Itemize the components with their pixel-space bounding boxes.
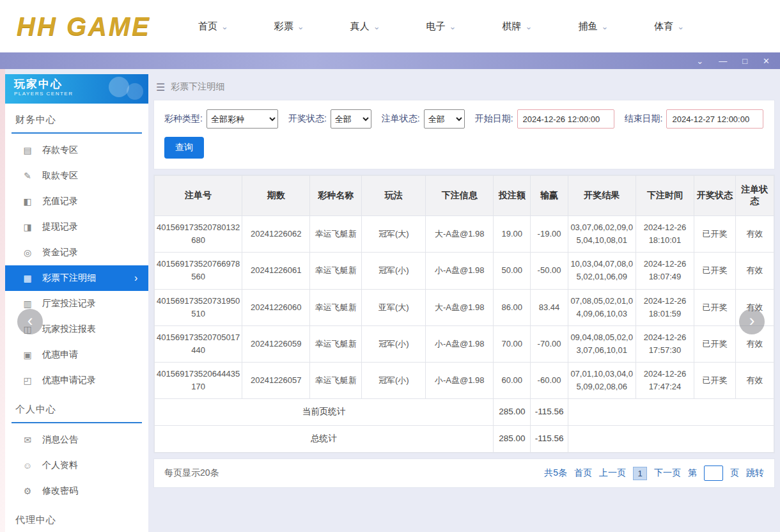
nav-item-live[interactable]: 真人⌄ xyxy=(350,20,380,33)
draw-status-label: 开奖状态: xyxy=(288,113,327,125)
page-background-strip xyxy=(0,69,5,532)
chevron-down-icon: ⌄ xyxy=(677,22,684,31)
controller-icon xyxy=(109,77,129,97)
pagination-bar: 每页显示20条 共5条 首页 上一页 1 下一页 第 页 跳转 xyxy=(153,458,775,488)
sidebar-item-withdraw-record[interactable]: ◨提现记录 xyxy=(5,214,148,240)
sidebar-item-promo-apply-record[interactable]: ◰优惠申请记录 xyxy=(5,368,148,393)
content-area: 玩家中心 PLAYERS CENTER 财务中心▤存款专区✎取款专区◧充值记录◨… xyxy=(0,69,780,532)
summary-empty xyxy=(568,399,774,426)
minimize-button[interactable]: — xyxy=(719,57,727,65)
nav-item-fishing[interactable]: 捕鱼⌄ xyxy=(578,20,608,33)
table-cell: 83.44 xyxy=(531,289,568,325)
table-cell: 09,04,08,05,02,03,07,06,10,01 xyxy=(568,325,636,362)
main-nav: 首页⌄彩票⌄真人⌄电子⌄棋牌⌄捕鱼⌄体育⌄ xyxy=(180,20,684,33)
collapse-button[interactable]: ⌄ xyxy=(696,57,703,65)
lottery-type-select[interactable]: 全部彩种 xyxy=(207,109,278,129)
sidebar-item-lottery-bet-detail[interactable]: ▦彩票下注明细› xyxy=(5,265,148,291)
table-cell: 已开奖 xyxy=(694,216,735,253)
close-button[interactable]: ✕ xyxy=(763,57,770,65)
table-cell: 大-A盘@1.98 xyxy=(426,289,494,325)
table-cell: 2024-12-26 18:10:01 xyxy=(636,216,694,253)
table-cell: 2024-12-26 17:47:24 xyxy=(636,363,694,399)
lottery-bet-detail-icon: ▦ xyxy=(22,273,33,283)
table-cell: 冠军(小) xyxy=(362,325,426,362)
nav-item-board[interactable]: 棋牌⌄ xyxy=(503,20,533,33)
user-icon: ☺ xyxy=(22,460,33,471)
summary-winloss-total: -115.56 xyxy=(531,399,568,426)
bet-detail-table: 注单号期数彩种名称玩法下注信息投注额输赢开奖结果下注时间开奖状态注单状态 401… xyxy=(154,175,774,453)
chevron-down-icon: ⌄ xyxy=(526,22,533,31)
breadcrumb: ☰ 彩票下注明细 xyxy=(153,74,775,100)
current-page[interactable]: 1 xyxy=(633,467,647,480)
table-cell: 幸运飞艇新 xyxy=(310,253,362,289)
gear-icon: ⚙ xyxy=(22,486,33,496)
first-page-link[interactable]: 首页 xyxy=(574,467,592,479)
table-cell: 20241226059 xyxy=(242,325,310,362)
page-jump-input[interactable] xyxy=(704,465,723,481)
column-header: 期数 xyxy=(242,176,310,216)
jump-button[interactable]: 跳转 xyxy=(746,467,764,479)
nav-item-sports[interactable]: 体育⌄ xyxy=(654,20,684,33)
lottery-type-label: 彩种类型: xyxy=(164,113,203,125)
column-header: 下注信息 xyxy=(426,176,494,216)
sidebar-item-funds-record[interactable]: ◎资金记录 xyxy=(5,240,148,265)
prev-page-link[interactable]: 上一页 xyxy=(599,467,626,479)
nav-item-home[interactable]: 首页⌄ xyxy=(198,20,228,33)
maximize-button[interactable]: □ xyxy=(742,57,747,65)
next-page-link[interactable]: 下一页 xyxy=(654,467,681,479)
scroll-right-button[interactable]: › xyxy=(739,309,765,334)
table-cell: 大-A盘@1.98 xyxy=(426,216,494,253)
filter-panel: 彩种类型: 全部彩种 开奖状态: 全部 注单状态: 全部 开始日期: 结束日期:… xyxy=(153,100,775,169)
withdraw-record-icon: ◨ xyxy=(22,222,33,232)
sidebar-item-change-password[interactable]: ⚙修改密码 xyxy=(5,478,148,504)
recharge-record-icon: ◧ xyxy=(22,196,33,207)
table-cell: 2024-12-26 17:57:30 xyxy=(636,325,694,362)
order-status-select[interactable]: 全部 xyxy=(424,109,465,129)
column-header: 输赢 xyxy=(531,176,568,216)
end-date-input[interactable] xyxy=(666,109,763,129)
summary-row: 总统计285.00-115.56 xyxy=(155,426,774,453)
table-cell: 小-A盘@1.98 xyxy=(426,363,494,399)
bet-detail-table-card: 注单号期数彩种名称玩法下注信息投注额输赢开奖结果下注时间开奖状态注单状态 401… xyxy=(153,175,775,453)
window-title-bar: ⌄—□✕ xyxy=(0,52,780,69)
column-header: 开奖结果 xyxy=(568,176,636,216)
sidebar-item-withdraw[interactable]: ✎取款专区 xyxy=(5,163,148,189)
nav-item-slots[interactable]: 电子⌄ xyxy=(426,20,456,33)
sidebar-item-label: 修改密码 xyxy=(42,485,125,497)
column-header: 投注额 xyxy=(494,176,531,216)
start-date-input[interactable] xyxy=(517,109,614,129)
table-cell: 已开奖 xyxy=(694,289,735,325)
sidebar-item-recharge-record[interactable]: ◧充值记录 xyxy=(5,189,148,214)
scroll-left-button[interactable]: ‹ xyxy=(17,309,43,334)
window-controls: ⌄—□✕ xyxy=(696,57,770,65)
sidebar-section-title: 代理中心 xyxy=(12,504,142,532)
sidebar-item-deposit[interactable]: ▤存款专区 xyxy=(5,137,148,163)
table-row: 40156917352076697856020241226061幸运飞艇新冠军(… xyxy=(155,253,774,289)
search-button[interactable]: 查询 xyxy=(164,137,204,159)
filter-row: 彩种类型: 全部彩种 开奖状态: 全部 注单状态: 全部 开始日期: 结束日期: xyxy=(164,109,764,129)
table-cell: 小-A盘@1.98 xyxy=(426,253,494,289)
nav-item-label: 真人 xyxy=(350,20,370,33)
table-cell: 401569173520644435170 xyxy=(155,363,242,399)
draw-status-select[interactable]: 全部 xyxy=(331,109,371,129)
table-cell: 60.00 xyxy=(494,363,531,399)
menu-icon[interactable]: ☰ xyxy=(156,81,165,93)
start-date-label: 开始日期: xyxy=(475,113,513,125)
table-cell: 401569173520705017440 xyxy=(155,325,242,362)
table-cell: 70.00 xyxy=(494,325,531,362)
promo-apply-record-icon: ◰ xyxy=(22,375,33,386)
table-row: 40156917352070501744020241226059幸运飞艇新冠军(… xyxy=(155,325,774,362)
sidebar-item-announcements[interactable]: ✉消息公告 xyxy=(5,427,148,453)
table-cell: 已开奖 xyxy=(694,363,735,399)
sidebar-item-label: 优惠申请记录 xyxy=(42,375,125,386)
nav-item-lottery[interactable]: 彩票⌄ xyxy=(274,20,304,33)
hall-bet-record-icon: ▥ xyxy=(22,299,33,309)
sidebar-section-title: 个人中心 xyxy=(12,393,142,423)
table-cell: 50.00 xyxy=(494,253,531,289)
table-cell: 已开奖 xyxy=(694,325,735,362)
end-date-label: 结束日期: xyxy=(625,113,663,125)
sidebar-item-promo-apply[interactable]: ▣优惠申请 xyxy=(5,342,148,368)
table-cell: 2024-12-26 18:07:49 xyxy=(636,253,694,289)
sidebar-item-profile[interactable]: ☺个人资料 xyxy=(5,453,148,478)
sidebar: 玩家中心 PLAYERS CENTER 财务中心▤存款专区✎取款专区◧充值记录◨… xyxy=(5,74,148,532)
